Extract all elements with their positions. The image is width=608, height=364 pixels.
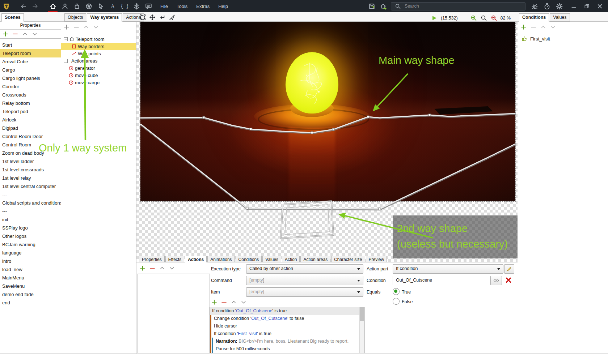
move-down-button[interactable] <box>550 24 556 30</box>
tree-expander-icon[interactable] <box>64 59 68 63</box>
action-part-select[interactable]: If condition <box>393 264 503 274</box>
move-up-button[interactable] <box>159 265 165 271</box>
scene-list-item[interactable]: SSPlay logo <box>0 224 61 232</box>
remove-button[interactable] <box>530 24 537 30</box>
close-icon[interactable] <box>596 2 604 10</box>
tree-item-action-areas[interactable]: Action areas <box>61 57 136 65</box>
tree-item-way-points[interactable]: Way points <box>61 50 136 57</box>
scene-list-item[interactable]: 1st level relay <box>0 174 61 182</box>
menu-extras[interactable]: Extras <box>192 4 214 9</box>
move-up-button[interactable] <box>22 31 28 37</box>
play-icon[interactable] <box>431 14 438 22</box>
menu-help[interactable]: Help <box>214 4 232 9</box>
scene-list-item[interactable]: language <box>0 249 61 257</box>
tab-action[interactable]: Action <box>282 256 300 262</box>
font-a-icon[interactable]: A <box>109 2 117 10</box>
navigate-cursor-icon[interactable] <box>168 14 176 21</box>
tab-objects[interactable]: Objects <box>64 13 86 22</box>
script-braces-icon[interactable]: { } <box>121 2 128 10</box>
save-icon[interactable] <box>368 2 376 10</box>
debug-bug-icon[interactable] <box>531 2 539 10</box>
zoom-in-icon[interactable] <box>470 14 477 22</box>
return-key-icon[interactable] <box>159 14 166 21</box>
move-down-button[interactable] <box>31 31 38 37</box>
dialog-icon[interactable] <box>144 2 152 10</box>
tab-action-areas[interactable]: Action areas <box>300 256 330 262</box>
scene-list-item[interactable]: end <box>0 299 61 307</box>
scene-list-item[interactable]: Corridor <box>0 82 61 91</box>
remove-button[interactable] <box>221 299 227 305</box>
move-down-button[interactable] <box>240 299 247 305</box>
clear-condition-icon[interactable] <box>505 277 512 284</box>
scene-list-item[interactable]: Teleport pod <box>0 107 61 116</box>
scene-list-item[interactable]: --- <box>0 207 61 215</box>
add-button[interactable] <box>63 24 70 30</box>
remove-button[interactable] <box>12 31 18 37</box>
scene-list-item[interactable]: Control Room <box>0 141 61 149</box>
profile-icon[interactable] <box>61 2 69 10</box>
search-field[interactable] <box>404 3 523 9</box>
tree-item-move-cargo[interactable]: move cargo <box>61 79 136 86</box>
tree-item-move-cube[interactable]: move cube <box>61 72 136 79</box>
scene-list-item[interactable]: Start <box>0 41 61 49</box>
scene-list-item[interactable]: Control Room Door <box>0 132 61 141</box>
scene-list-item[interactable]: --- <box>0 190 61 199</box>
actions-listbox[interactable] <box>138 274 210 353</box>
home-icon[interactable] <box>49 2 57 10</box>
scene-list-item[interactable]: Cargo <box>0 66 61 74</box>
tab-way-systems[interactable]: Way systems <box>87 13 122 22</box>
tree-item-generator[interactable]: generator <box>61 65 136 72</box>
tab-conditions[interactable]: Conditions <box>519 13 549 22</box>
remove-button[interactable] <box>73 24 80 30</box>
move-down-button[interactable] <box>93 24 99 30</box>
scene-list-item[interactable]: Teleport room <box>0 49 61 57</box>
forward-arrow-icon[interactable] <box>31 2 39 10</box>
bag-icon[interactable] <box>73 2 81 10</box>
scene-list-item[interactable]: Arrival Cube <box>0 57 61 66</box>
minimize-icon[interactable] <box>570 2 578 10</box>
command-select[interactable]: [empty] <box>246 276 363 285</box>
scene-list-item[interactable]: intro <box>0 257 61 265</box>
script-row[interactable]: If condition 'Out_Of_Cutscene' is true <box>210 307 364 315</box>
scene-list-item[interactable]: load_new <box>0 265 61 274</box>
scene-viewport[interactable] <box>136 22 518 262</box>
remove-button[interactable] <box>149 265 156 271</box>
tree-item-teleport-room[interactable]: Teleport room <box>61 36 136 43</box>
script-row[interactable]: Pause for 500 milliseconds <box>210 345 364 353</box>
stopwatch-icon[interactable] <box>543 2 551 10</box>
search-input[interactable] <box>391 2 525 10</box>
script-row[interactable]: Hide cursor <box>210 322 364 330</box>
execution-type-select[interactable]: Called by other action <box>246 264 363 274</box>
scene-list-item[interactable]: BCJam warning <box>0 240 61 249</box>
scene-list-item[interactable]: Crossroads <box>0 91 61 99</box>
item-select[interactable]: [empty] <box>246 287 363 297</box>
scene-list-item[interactable]: Digipad <box>0 124 61 132</box>
settings-gear-icon[interactable] <box>555 2 563 10</box>
scene-list-item[interactable]: init <box>0 215 61 224</box>
magnifier-icon[interactable] <box>480 14 487 22</box>
scene-list-item[interactable]: Relay bottom <box>0 99 61 107</box>
tab-animations[interactable]: Animations <box>207 256 235 262</box>
equals-true-radio[interactable] <box>393 288 400 295</box>
tab-actions[interactable]: Actions <box>185 256 207 262</box>
particles-icon[interactable] <box>132 2 140 10</box>
scene-list-item[interactable]: Global scripts and conditions <box>0 199 61 207</box>
tab-scenes[interactable]: Scenes <box>1 13 24 22</box>
action-script-list[interactable]: If condition 'Out_Of_Cutscene' is trueCh… <box>209 307 365 353</box>
equals-false-radio[interactable] <box>393 298 400 305</box>
script-row[interactable]: Change condition 'Out_Of_Cutscene' to fa… <box>210 315 364 322</box>
back-arrow-icon[interactable] <box>19 2 27 10</box>
scene-list-item[interactable]: Cargo light panels <box>0 74 61 82</box>
tree-expander-icon[interactable] <box>64 37 68 41</box>
scene-list-item[interactable]: Zoom on dead body <box>0 149 61 157</box>
link-condition-button[interactable] <box>490 276 502 285</box>
script-row[interactable]: Narration: BIG<br/>I'm here, boss. Lieut… <box>210 338 364 345</box>
menu-file[interactable]: File <box>156 4 172 9</box>
script-scrollbar[interactable] <box>359 307 364 353</box>
tab-conditions[interactable]: Conditions <box>236 256 262 262</box>
condition-field[interactable]: Out_Of_Cutscene <box>393 276 491 285</box>
cursor-icon[interactable] <box>97 2 105 10</box>
tab-preview[interactable]: Preview <box>366 256 387 262</box>
tree-item-way-borders[interactable]: Way borders <box>61 43 136 50</box>
tab-values[interactable]: Values <box>262 256 281 262</box>
